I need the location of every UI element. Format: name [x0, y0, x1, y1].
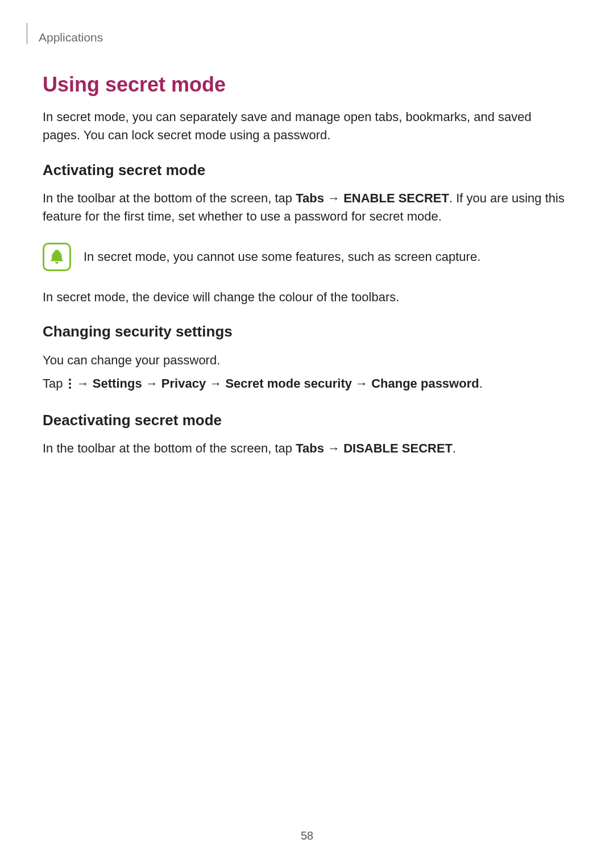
page-number: 58 [0, 829, 614, 842]
period: . [453, 441, 456, 455]
privacy-label: Privacy [161, 376, 206, 391]
activating-paragraph: In the toolbar at the bottom of the scre… [43, 189, 571, 226]
breadcrumb-container: Applications [27, 23, 571, 44]
arrow-icon: → [352, 376, 371, 391]
secret-mode-security-label: Secret mode security [225, 376, 352, 391]
arrow-icon: → [324, 441, 343, 455]
page-title: Using secret mode [43, 73, 571, 97]
change-password-label: Change password [371, 376, 479, 391]
after-note-paragraph: In secret mode, the device will change t… [43, 288, 571, 306]
period: . [479, 376, 483, 391]
deactivating-paragraph: In the toolbar at the bottom of the scre… [43, 439, 571, 458]
arrow-icon: → [324, 191, 343, 205]
tap-label: Tap [43, 376, 67, 391]
tabs-label: Tabs [296, 441, 324, 455]
svg-point-0 [69, 379, 71, 381]
arrow-icon: → [206, 376, 225, 391]
enable-secret-label: ENABLE SECRET [343, 191, 449, 205]
more-options-icon [68, 376, 72, 394]
disable-secret-label: DISABLE SECRET [343, 441, 453, 455]
svg-point-2 [69, 387, 71, 389]
svg-point-1 [69, 383, 71, 385]
note-text: In secret mode, you cannot use some feat… [84, 248, 480, 266]
text-fragment: In the toolbar at the bottom of the scre… [43, 441, 296, 455]
manual-page: Applications Using secret mode In secret… [0, 0, 614, 868]
arrow-icon: → [73, 376, 93, 391]
section-security-title: Changing security settings [43, 323, 571, 340]
tabs-label: Tabs [296, 191, 324, 205]
settings-label: Settings [93, 376, 142, 391]
text-fragment: In the toolbar at the bottom of the scre… [43, 191, 296, 205]
arrow-icon: → [142, 376, 161, 391]
security-line1: You can change your password. [43, 351, 571, 369]
section-deactivating-title: Deactivating secret mode [43, 412, 571, 429]
bell-icon [48, 248, 65, 265]
note-icon-frame [43, 243, 71, 271]
intro-paragraph: In secret mode, you can separately save … [43, 108, 571, 144]
breadcrumb: Applications [39, 31, 103, 44]
section-activating-title: Activating secret mode [43, 161, 571, 179]
security-path: Tap → Settings → Privacy → Secret mode s… [43, 374, 571, 394]
note-callout: In secret mode, you cannot use some feat… [43, 243, 571, 271]
